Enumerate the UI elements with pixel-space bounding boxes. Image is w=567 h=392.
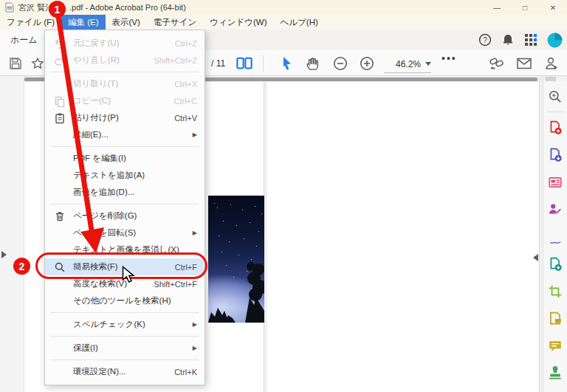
save-icon[interactable]	[7, 55, 24, 72]
menu-item-label: その他のツールを検索(H)	[73, 295, 197, 306]
menu-item[interactable]: 元に戻す(U)Ctrl+Z	[45, 35, 205, 52]
menu-item-label: やり直し(R)	[73, 55, 154, 66]
maximize-button[interactable]: □	[511, 0, 539, 15]
collapse-tools-pane-arrow-icon[interactable]	[533, 254, 538, 261]
menu-item[interactable]: ページを回転(S)▶	[45, 224, 205, 241]
zoom-level-control[interactable]: 46.2%	[384, 55, 431, 73]
menu-item[interactable]: その他のツールを検索(H)	[45, 292, 205, 309]
acrobat-window: 宮沢 賢治.pdf - Adobe Acrobat Pro (64-bit) —…	[0, 0, 567, 392]
menu-item[interactable]: 貼り付け(P)Ctrl+V	[45, 109, 205, 126]
menubar-item[interactable]: 編集 (E)	[61, 15, 106, 30]
notifications-bell-icon[interactable]	[501, 33, 515, 47]
menu-separator	[51, 72, 199, 72]
invite-person-icon[interactable]	[543, 55, 560, 72]
menu-item[interactable]: やり直し(R)Shift+Ctrl+Z	[45, 52, 205, 69]
menu-item[interactable]: PDF を編集(I)	[45, 150, 205, 167]
menu-separator	[51, 360, 199, 360]
chevron-down-icon	[425, 62, 431, 66]
menu-item-label: 保護(I)	[73, 343, 193, 354]
menu-item[interactable]: テキストと画像を墨消し(X)	[45, 241, 205, 258]
menu-item[interactable]: 画像を追加(D)...	[45, 184, 205, 201]
create-pdf-icon[interactable]	[546, 118, 565, 137]
menu-item[interactable]: テキストを追加(A)	[45, 167, 205, 184]
fill-sign-icon[interactable]	[546, 227, 565, 247]
apps-grid-icon[interactable]	[524, 33, 537, 47]
minimize-button[interactable]: —	[483, 0, 511, 15]
help-icon[interactable]: ?	[478, 33, 492, 47]
window-title: 宮沢 賢治.pdf - Adobe Acrobat Pro (64-bit)	[18, 2, 186, 13]
menu-item[interactable]: 環境設定(N)...Ctrl+K	[45, 363, 205, 380]
menu-item-shortcut: Ctrl+V	[174, 114, 197, 123]
menubar-item[interactable]: 電子サイン	[147, 15, 203, 30]
menubar-item[interactable]: 表示(V)	[106, 15, 147, 30]
menu-separator	[51, 312, 199, 313]
export-pdf-icon[interactable]	[546, 145, 565, 165]
menu-item-label: 高度な検索(V)	[73, 278, 154, 289]
navigation-pane-gutter	[0, 76, 24, 392]
layout-panels-icon[interactable]	[546, 173, 565, 192]
menu-item-label: PDF を編集(I)	[73, 153, 197, 164]
menubar-item[interactable]: ファイル (F)	[0, 15, 61, 30]
hand-tool-icon[interactable]	[304, 55, 320, 72]
menubar-item[interactable]: ウィンドウ(W)	[203, 15, 273, 30]
undo-icon	[54, 38, 73, 49]
comment-icon[interactable]	[546, 337, 565, 356]
menu-item-label: スペルチェック(K)	[73, 319, 193, 330]
menu-item-shortcut: Ctrl+K	[174, 368, 197, 376]
menu-item[interactable]: 切り取り(T)Ctrl+X	[45, 75, 205, 92]
copy-icon	[54, 95, 73, 107]
night-sky-photo	[208, 196, 264, 323]
trash-icon	[54, 210, 73, 222]
menu-item[interactable]: ページを削除(G)	[45, 207, 205, 224]
submenu-arrow-icon: ▶	[193, 321, 197, 328]
crop-pages-icon[interactable]	[546, 282, 565, 301]
menu-item[interactable]: コピー(C)Ctrl+C	[45, 92, 205, 109]
zoom-level-value: 46.2%	[396, 59, 421, 69]
menu-item[interactable]: 高度な検索(V)Shift+Ctrl+F	[45, 275, 205, 292]
two-page-view-icon[interactable]	[236, 55, 252, 72]
tree-silhouettes	[208, 196, 264, 323]
menu-item[interactable]: 簡易検索(F)Ctrl+F	[45, 258, 205, 275]
menu-item-label: 元に戻す(U)	[73, 38, 175, 49]
send-mail-icon[interactable]	[516, 55, 532, 72]
insert-pages-icon[interactable]	[546, 255, 565, 274]
menu-item-label: 画像を追加(D)...	[73, 187, 197, 198]
zoom-out-icon[interactable]	[332, 55, 348, 72]
search-icon	[54, 261, 73, 273]
more-tools-button[interactable]: •••	[441, 52, 457, 64]
menu-item-label: 詳細(E)...	[73, 129, 193, 140]
menu-item-label: 貼り付け(P)	[73, 112, 174, 123]
menu-item-label: 切り取り(T)	[73, 78, 174, 89]
menu-item[interactable]: 保護(I)▶	[45, 340, 205, 357]
menu-separator	[51, 336, 199, 337]
menu-separator	[51, 146, 199, 147]
marquee-zoom-icon[interactable]	[546, 87, 565, 106]
menu-item-label: ページを回転(S)	[73, 227, 193, 238]
menu-item-label: テキストと画像を墨消し(X)	[73, 244, 197, 255]
select-tool-icon[interactable]	[279, 55, 295, 72]
menu-item-label: 環境設定(N)...	[73, 366, 174, 377]
pdf-document-icon	[5, 2, 14, 13]
zoom-in-icon[interactable]	[359, 55, 375, 72]
close-button[interactable]: ✕	[539, 0, 567, 15]
page-note-icon[interactable]	[546, 309, 565, 329]
request-signatures-icon[interactable]	[546, 200, 565, 219]
svg-text:?: ?	[483, 36, 487, 44]
stamp-icon[interactable]	[546, 364, 565, 383]
tools-rail	[543, 81, 567, 392]
submenu-arrow-icon: ▶	[193, 345, 197, 351]
menu-bar: ファイル (F)編集 (E)表示(V)電子サインウィンドウ(W)ヘルプ(H)	[0, 15, 567, 30]
pdf-page-right	[267, 81, 540, 392]
menubar-item[interactable]: ヘルプ(H)	[274, 15, 325, 30]
account-avatar[interactable]	[547, 32, 563, 48]
paste-icon	[54, 112, 73, 124]
menu-item[interactable]: 詳細(E)...▶	[45, 126, 205, 143]
menu-item[interactable]: スペルチェック(K)▶	[45, 316, 205, 333]
expand-nav-pane-arrow-icon[interactable]	[1, 251, 7, 258]
rail-separator	[547, 111, 563, 112]
tab-home[interactable]: ホーム	[0, 30, 48, 50]
submenu-arrow-icon: ▶	[193, 230, 197, 236]
menu-item-shortcut: Ctrl+C	[174, 97, 197, 106]
share-link-icon[interactable]	[489, 55, 505, 72]
star-icon[interactable]	[30, 55, 46, 72]
